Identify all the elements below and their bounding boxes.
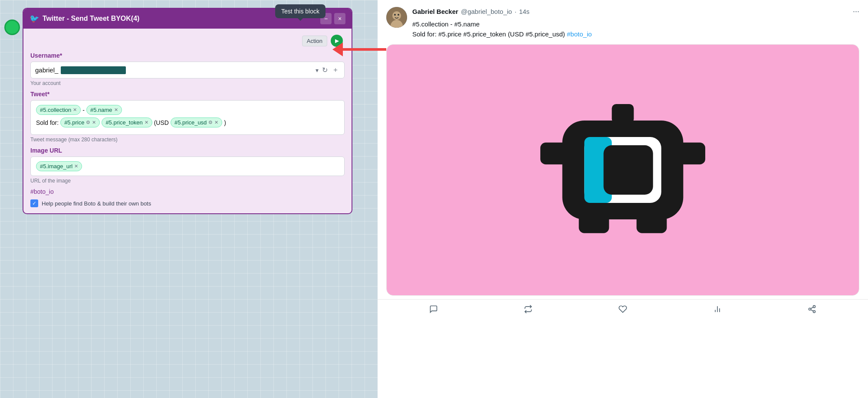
close-button[interactable]: × [334,13,345,24]
svg-line-21 [811,307,813,308]
username-input-row[interactable]: gabriel_ ▾ ↻ ＋ [30,62,345,78]
avatar [386,7,407,28]
chip-price-token-close[interactable]: ✕ [145,120,148,125]
block-body: Action ▶ Username* gabriel_ ▾ ↻ ＋ Your a… [23,29,352,213]
username-text: gabriel_ [35,66,58,74]
svg-line-20 [811,310,813,311]
refresh-button[interactable]: ↻ [321,65,329,75]
image-url-area[interactable]: #5.image_url ✕ [30,157,345,176]
chip-name-close[interactable]: ✕ [114,107,118,113]
username-dropdown[interactable]: ▾ [316,67,319,74]
tweet-actions-bar [378,299,868,319]
tweet-time-value: 14s [519,8,529,15]
checkbox-row[interactable]: ✓ Help people find Boto & build their ow… [30,199,345,207]
chip-price-usd-gear[interactable]: ⚙ [208,120,213,125]
username-hint: Your account [30,80,345,86]
svg-point-4 [398,14,399,16]
like-button[interactable] [618,305,627,313]
tweet-meta: Gabriel Becker @gabriel_boto_io · 14s ··… [412,7,859,39]
twitter-preview-panel: Gabriel Becker @gabriel_boto_io · 14s ··… [378,0,868,398]
chip-price[interactable]: #5.price ⚙ ✕ [60,117,100,127]
comment-button[interactable] [429,305,438,313]
username-highlight [61,66,126,74]
tweet-time: · [515,8,516,15]
more-options-button[interactable]: ··· [853,7,859,16]
tweet-line-1: #5.collection ✕ - #5.name ✕ [36,105,339,115]
block-title: Twitter - Send Tweet BYOK(4) [43,15,139,23]
arrow-shaft [343,48,386,51]
checkbox-label: Help people find Boto & build their own … [42,200,151,207]
test-block-tooltip: Test this block [275,4,326,18]
username-label: Username* [30,52,345,59]
checkbox-input[interactable]: ✓ [30,199,38,207]
svg-point-1 [392,11,401,20]
stats-button[interactable] [713,305,722,313]
chip-image-url[interactable]: #5.image_url ✕ [36,161,82,171]
chip-price-token[interactable]: #5.price_token ✕ [102,117,152,127]
svg-rect-8 [604,145,653,195]
chip-collection-close[interactable]: ✕ [73,107,77,113]
tweet-line-2: Sold for: #5.price ⚙ ✕ #5.price_token ✕ … [36,117,339,127]
retweet-button[interactable] [524,305,533,313]
chip-price-gear[interactable]: ⚙ [86,120,90,125]
chip-price-usd-close[interactable]: ✕ [214,120,218,125]
action-bar: Action ▶ [30,35,345,47]
author-handle: @gabriel_boto_io [461,8,512,15]
tweet-content: #5.collection - #5.name Sold for: #5.pri… [412,20,859,39]
svg-rect-10 [637,209,667,233]
tweet-hint: Tweet message (max 280 characters) [30,137,345,143]
chip-collection[interactable]: #5.collection ✕ [36,105,81,115]
chip-name[interactable]: #5.name ✕ [86,105,122,115]
twitter-block: Test this block 🐦 Twitter - Send Tweet B… [23,8,352,214]
image-url-label: Image URL [30,147,345,154]
svg-rect-11 [540,143,568,165]
tweet-image [386,44,859,296]
arrow-head [332,42,343,56]
tweet-post: Gabriel Becker @gabriel_boto_io · 14s ··… [378,0,868,296]
svg-point-19 [813,310,815,313]
author-name: Gabriel Becker [412,8,458,15]
chip-price-usd[interactable]: #5.price_usd ⚙ ✕ [171,117,222,127]
svg-rect-12 [678,143,705,165]
trigger-node[interactable] [4,20,20,35]
add-button[interactable]: ＋ [331,65,340,75]
tweet-line2: Sold for: #5.price #5.price_token (USD #… [412,29,859,39]
hashtag-link[interactable]: #boto_io [30,188,345,195]
chip-image-url-close[interactable]: ✕ [74,163,78,169]
share-button[interactable] [808,305,816,313]
tweet-post-header: Gabriel Becker @gabriel_boto_io · 14s ··… [386,7,859,39]
editor-area: Test this block 🐦 Twitter - Send Tweet B… [0,0,378,398]
chip-price-close[interactable]: ✕ [92,120,96,125]
tweet-area[interactable]: #5.collection ✕ - #5.name ✕ Sold for: #5… [30,100,345,135]
image-url-hint: URL of the image [30,178,345,184]
svg-rect-9 [579,209,609,233]
svg-point-18 [809,308,811,310]
tweet-label: Tweet* [30,91,345,98]
svg-point-3 [394,14,396,16]
svg-point-17 [813,306,815,308]
twitter-icon: 🐦 [30,14,39,23]
red-arrow-annotation [332,42,386,56]
tweet-author-row: Gabriel Becker @gabriel_boto_io · 14s ··… [412,7,859,16]
tweet-line1: #5.collection - #5.name [412,20,859,29]
tweet-hashtag-link[interactable]: #boto_io [567,30,592,38]
action-badge: Action [302,36,327,46]
svg-rect-13 [612,104,634,123]
robot-illustration [540,88,705,252]
